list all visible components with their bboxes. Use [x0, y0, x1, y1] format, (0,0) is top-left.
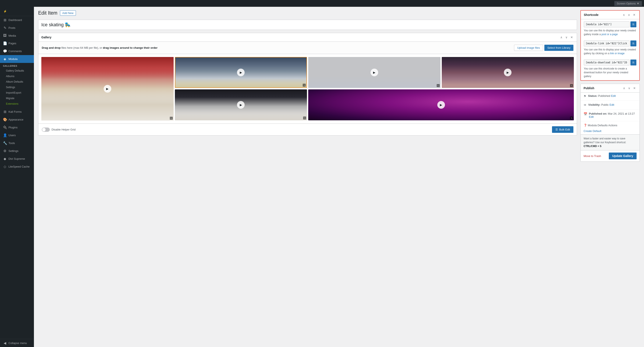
visibility-label: Visibility: Public Edit: [588, 103, 614, 106]
helper-grid-toggle[interactable]: [42, 127, 50, 132]
update-gallery-button[interactable]: Update Gallery: [609, 153, 636, 159]
sidebar-item-kali-forms[interactable]: ⊞ Kali Forms: [0, 108, 34, 116]
sidebar-item-comments[interactable]: 💬 Comments: [0, 47, 34, 55]
litespeed-icon: ◇: [3, 165, 7, 169]
shortcode-collapse-up-btn[interactable]: ∧: [622, 13, 626, 17]
gallery-item-2[interactable]: ▶ ⤡: [175, 57, 307, 88]
shortcode-toggle-btn[interactable]: ✕: [632, 13, 636, 17]
create-default-link[interactable]: Create Default: [580, 129, 640, 134]
gallery-item-6[interactable]: ▶ ⤡: [308, 89, 574, 120]
bulk-edit-button[interactable]: ☰ Bulk Edit: [552, 126, 574, 133]
item-title-input[interactable]: [38, 20, 577, 30]
resize-icon-6: ⤡: [571, 117, 572, 119]
play-button-2[interactable]: ▶: [237, 69, 245, 76]
bulk-edit-label: Bulk Edit: [559, 128, 570, 131]
gallery-collapse-up-btn[interactable]: ∧: [560, 35, 563, 39]
screen-options-chevron: ▼: [636, 2, 639, 5]
resize-handle-6[interactable]: ⤡: [570, 116, 573, 119]
page-title-row: Edit Item Add New: [38, 10, 577, 16]
plugins-icon: 🔌: [3, 125, 7, 129]
drag-drop-strong: Drag and drop: [42, 46, 61, 49]
play-button-3[interactable]: ▶: [370, 69, 378, 76]
resize-handle-1[interactable]: ⤡: [170, 117, 173, 120]
sidebar-item-users[interactable]: 👤 Users: [0, 131, 34, 139]
select-from-library-button[interactable]: Select from Library: [544, 45, 574, 51]
status-edit-link[interactable]: Edit: [611, 94, 616, 97]
sidebar-item-modula[interactable]: ◈ Modula: [0, 55, 34, 63]
sidebar-item-tools[interactable]: 🔧 Tools: [0, 139, 34, 147]
sidebar-item-settings[interactable]: Settings: [0, 84, 34, 90]
play-button-1[interactable]: ▶: [104, 85, 111, 93]
sidebar-item-appearance[interactable]: 🎨 Appearance: [0, 116, 34, 123]
shortcode-collapse-down-btn[interactable]: ∨: [627, 13, 631, 17]
play-icon-1: ▶: [106, 87, 108, 90]
link-or-image-link[interactable]: link or image: [610, 52, 624, 55]
sidebar-item-gallery-defaults[interactable]: Gallery Defaults: [0, 68, 34, 73]
shortcode-desc-2: You can use this to display your newly c…: [581, 48, 639, 57]
gallery-item-5[interactable]: ▶ ⤡: [175, 89, 307, 120]
screen-options-button[interactable]: Screen Options ▼: [614, 1, 642, 6]
gallery-toggle-btn[interactable]: ✕: [570, 35, 574, 39]
status-row: ⚑ Status: Published Edit: [580, 93, 640, 100]
post-or-page-link[interactable]: post or a page: [602, 33, 618, 36]
sidebar-item-album-defaults[interactable]: Album Defaults: [0, 79, 34, 84]
sidebar-item-media[interactable]: 🖼 Media: [0, 32, 34, 39]
gallery-defaults-label: Gallery Defaults: [6, 69, 24, 72]
sidebar-item-posts[interactable]: ✎ Posts: [0, 24, 34, 32]
album-defaults-label: Album Defaults: [6, 80, 23, 83]
published-edit-link[interactable]: Edit: [589, 115, 594, 118]
gallery-item-1[interactable]: ▶ ⤡: [41, 57, 174, 121]
albums-label: Albums: [6, 75, 14, 78]
sidebar-item-pages[interactable]: 📄 Pages: [0, 39, 34, 47]
visibility-row: 👁 Visibility: Public Edit: [580, 101, 640, 108]
dashboard-icon: ⊞: [3, 18, 7, 22]
gallery-item-3[interactable]: ▶ ⤡: [308, 57, 440, 88]
gallery-upload-bar: Drag and drop files here (max 64 MB per …: [38, 42, 577, 54]
media-icon: 🖼: [3, 34, 7, 37]
play-button-5[interactable]: ▶: [237, 101, 245, 109]
status-icon: ⚑: [584, 94, 586, 98]
shortcode-input-1[interactable]: [584, 21, 630, 27]
publish-collapse-up-btn[interactable]: ∧: [622, 86, 626, 90]
copy-shortcode-2-button[interactable]: ⎘: [630, 40, 636, 46]
sidebar-item-import-export[interactable]: Import/Export: [0, 90, 34, 95]
helper-toggle-row: Disable Helper Grid: [42, 127, 76, 132]
resize-handle-2[interactable]: ⤡: [303, 84, 306, 87]
gallery-item-4[interactable]: ▶ ⤡: [442, 57, 574, 88]
sidebar-item-plugins[interactable]: 🔌 Plugins: [0, 123, 34, 131]
play-button-4[interactable]: ▶: [504, 69, 512, 76]
copy-shortcode-3-button[interactable]: ⎘: [630, 59, 636, 65]
play-button-6[interactable]: ▶: [437, 101, 445, 109]
publish-actions: Move to Trash Update Gallery: [580, 150, 640, 161]
collapse-menu-button[interactable]: ◀ Collapse menu: [0, 339, 34, 347]
resize-handle-4[interactable]: ⤡: [570, 84, 573, 87]
copy-icon-2: ⎘: [632, 42, 634, 45]
upload-image-files-button[interactable]: Upload image files: [514, 45, 543, 51]
gallery-collapse-down-btn[interactable]: ∨: [564, 35, 568, 39]
shortcode-input-2[interactable]: [584, 40, 630, 46]
sidebar-label-kali-forms: Kali Forms: [8, 110, 22, 113]
publish-toggle-btn[interactable]: ✕: [632, 86, 636, 90]
sidebar-item-litespeed[interactable]: ◇ LiteSpeed Cache: [0, 163, 34, 171]
add-new-button[interactable]: Add New: [60, 10, 76, 16]
publish-collapse-down-btn[interactable]: ∨: [627, 86, 631, 90]
sidebar-item-dashboard[interactable]: ⊞ Dashboard: [0, 16, 34, 24]
sidebar: ⚡ ⊞ Dashboard ✎ Posts 🖼 Media 📄 Pages 💬 …: [0, 7, 34, 347]
sidebar-item-albums[interactable]: Albums: [0, 73, 34, 79]
keyboard-hint: Want a faster and easier way to save gal…: [580, 134, 640, 150]
sidebar-item-divi-supreme[interactable]: ◆ Divi Supreme: [0, 155, 34, 163]
sidebar-item-extensions[interactable]: Extensions: [0, 101, 34, 107]
move-to-trash-link[interactable]: Move to Trash: [584, 154, 601, 158]
gallery-panel-controls: ∧ ∨ ✕: [560, 35, 574, 39]
sidebar-label-tools: Tools: [8, 141, 15, 145]
visibility-edit-link[interactable]: Edit: [610, 103, 614, 106]
gallery-panel-title: Gallery: [41, 35, 51, 39]
resize-handle-3[interactable]: ⤡: [437, 84, 440, 87]
sidebar-item-migrate[interactable]: Migrate: [0, 95, 34, 101]
main-content: Edit Item Add New Gallery ∧ ∨ ✕: [34, 7, 644, 347]
shortcode-input-3[interactable]: [584, 59, 630, 65]
copy-shortcode-1-button[interactable]: ⎘: [630, 21, 636, 27]
resize-handle-5[interactable]: ⤡: [303, 116, 306, 119]
sidebar-item-settings-main[interactable]: ⚙ Settings: [0, 147, 34, 155]
published-label-text: Published on:: [589, 112, 607, 115]
